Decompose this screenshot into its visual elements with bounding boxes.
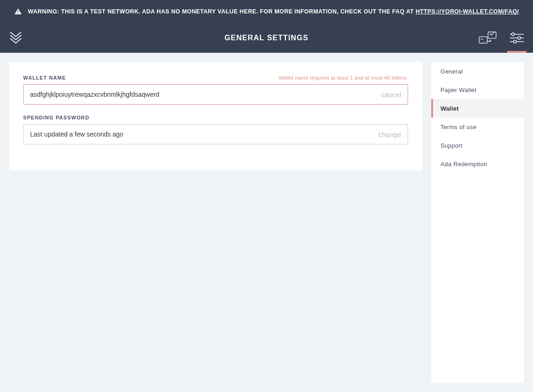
svg-rect-1 <box>18 13 19 14</box>
sidebar-item-label: General <box>440 68 463 75</box>
sidebar-item-ada-redemption[interactable]: Ada Redemption <box>431 155 524 173</box>
sidebar-item-paper-wallet[interactable]: Paper Wallet <box>431 81 524 99</box>
sidebar-item-label: Wallet <box>440 105 459 112</box>
svg-point-7 <box>518 37 521 39</box>
spending-password-status: Last updated a few seconds ago <box>30 131 374 138</box>
wallet-name-error: Wallet name requires at least 1 and at m… <box>279 75 408 81</box>
settings-sidebar: General Paper Wallet Wallet Terms of use… <box>431 62 524 383</box>
wallet-name-cancel-button[interactable]: cancel <box>381 91 401 99</box>
banner-faq-link[interactable]: HTTPS://YOROI-WALLET.COM/FAQ/ <box>415 8 519 15</box>
svg-rect-3 <box>488 32 496 38</box>
svg-rect-0 <box>18 11 19 12</box>
banner-text-prefix: WARNING: THIS IS A TEST NETWORK. ADA HAS… <box>28 8 415 15</box>
page-body: WALLET NAME Wallet name requires at leas… <box>0 53 533 392</box>
page-title: GENERAL SETTINGS <box>224 34 309 42</box>
sidebar-item-wallet[interactable]: Wallet <box>431 99 524 118</box>
wallet-name-input[interactable] <box>30 91 377 98</box>
settings-icon[interactable] <box>510 23 524 53</box>
banner-text: WARNING: THIS IS A TEST NETWORK. ADA HAS… <box>28 8 519 15</box>
spending-password-row: Last updated a few seconds ago change <box>23 124 408 144</box>
wallet-name-label: WALLET NAME <box>23 75 66 81</box>
app-header: GENERAL SETTINGS <box>0 23 533 53</box>
wallet-transfer-icon[interactable] <box>478 23 497 53</box>
settings-card: WALLET NAME Wallet name requires at leas… <box>9 62 422 170</box>
spending-password-change-button[interactable]: change <box>378 131 401 138</box>
sidebar-item-terms-of-use[interactable]: Terms of use <box>431 118 524 136</box>
spending-password-label: SPENDING PASSWORD <box>23 115 89 120</box>
svg-rect-2 <box>479 37 487 43</box>
warning-icon <box>14 7 22 16</box>
sidebar-item-label: Paper Wallet <box>440 87 477 93</box>
svg-point-5 <box>512 33 514 36</box>
sidebar-item-label: Ada Redemption <box>440 161 487 168</box>
sidebar-item-label: Support <box>440 142 463 149</box>
sidebar-item-general[interactable]: General <box>431 62 524 81</box>
sidebar-item-label: Terms of use <box>440 124 477 131</box>
test-network-banner: WARNING: THIS IS A TEST NETWORK. ADA HAS… <box>0 0 533 23</box>
wallet-name-field: WALLET NAME Wallet name requires at leas… <box>23 75 408 105</box>
sidebar-item-support[interactable]: Support <box>431 136 524 155</box>
spending-password-field: SPENDING PASSWORD Last updated a few sec… <box>23 115 408 144</box>
wallet-name-input-row: cancel <box>23 84 408 105</box>
svg-point-9 <box>514 40 516 43</box>
yoroi-logo-icon[interactable] <box>9 23 22 53</box>
